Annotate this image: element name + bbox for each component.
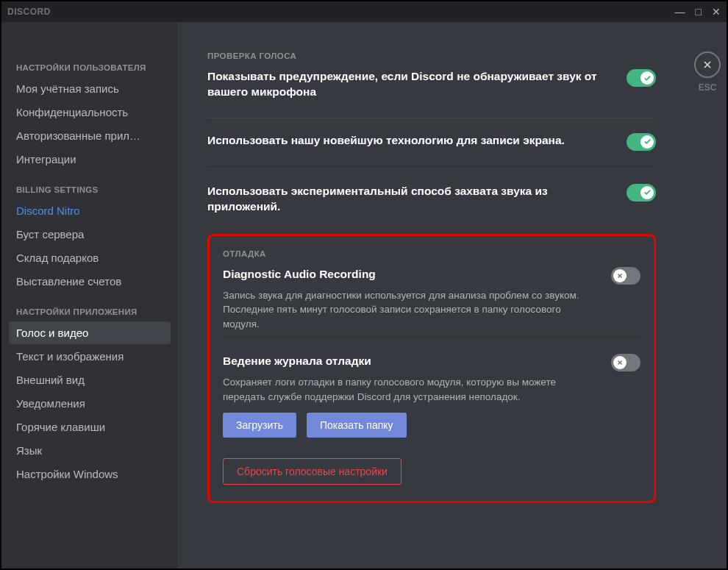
settings-sidebar: НАСТРОЙКИ ПОЛЬЗОВАТЕЛЯ Моя учётная запис… (1, 22, 178, 569)
debug-section-highlight: ОТЛАДКА Diagnostic Audio Recording Запис… (207, 234, 656, 504)
sidebar-item-nitro[interactable]: Discord Nitro (9, 199, 171, 222)
sidebar-item-text[interactable]: Текст и изображения (9, 345, 171, 368)
check-icon (640, 186, 654, 199)
sidebar-item-language[interactable]: Язык (9, 439, 171, 462)
toggle-diag-audio[interactable] (611, 267, 640, 285)
setting-diag-audio: Diagnostic Audio Recording Запись звука … (223, 267, 640, 332)
divider (207, 118, 656, 118)
sidebar-item-appearance[interactable]: Внешний вид (9, 368, 171, 391)
show-folder-button[interactable]: Показать папку (307, 413, 407, 438)
upload-button[interactable]: Загрузить (223, 413, 296, 438)
sidebar-item-notifications[interactable]: Уведомления (9, 392, 171, 415)
setting-screen-tech: Использовать нашу новейшую технологию дл… (207, 133, 656, 165)
divider (223, 340, 640, 341)
sidebar-item-authorized[interactable]: Авторизованные прил… (9, 124, 171, 147)
close-icon (694, 51, 721, 78)
close-settings-button[interactable]: ESC (685, 51, 728, 93)
sidebar-header-user: НАСТРОЙКИ ПОЛЬЗОВАТЕЛЯ (9, 59, 171, 76)
toggle-mic-warning[interactable] (627, 69, 656, 87)
window-controls: — □ ✕ (675, 7, 721, 17)
x-icon (613, 269, 627, 282)
sidebar-item-integrations[interactable]: Интеграции (9, 148, 171, 171)
section-header-voice-check: ПРОВЕРКА ГОЛОСА (207, 51, 656, 60)
sidebar-item-boost[interactable]: Буст сервера (9, 223, 171, 246)
settings-content: ПРОВЕРКА ГОЛОСА Показывать предупреждени… (178, 22, 685, 569)
sidebar-item-gifts[interactable]: Склад подарков (9, 246, 171, 269)
maximize-icon[interactable]: □ (696, 7, 702, 17)
check-icon (640, 135, 654, 149)
setting-app-audio: Использовать экспериментальный способ за… (207, 184, 656, 229)
right-gutter: ESC (685, 22, 727, 569)
setting-desc: Запись звука для диагностики используетс… (223, 288, 596, 332)
divider (207, 168, 656, 169)
esc-label: ESC (699, 82, 717, 93)
setting-title: Ведение журнала отладки (223, 354, 596, 369)
sidebar-item-billing[interactable]: Выставление счетов (9, 270, 171, 293)
sidebar-item-keybinds[interactable]: Горячие клавиши (9, 416, 171, 438)
setting-title: Показывать предупреждение, если Discord … (207, 69, 604, 100)
reset-voice-button[interactable]: Сбросить голосовые настройки (223, 458, 402, 485)
setting-title: Diagnostic Audio Recording (223, 267, 596, 282)
section-header-debug: ОТЛАДКА (223, 249, 640, 258)
app-title: DISCORD (7, 7, 51, 17)
x-icon (613, 356, 627, 369)
setting-debug-log: Ведение журнала отладки Сохраняет логи о… (223, 354, 640, 404)
setting-title: Использовать экспериментальный способ за… (207, 184, 604, 215)
toggle-debug-log[interactable] (611, 354, 640, 371)
setting-title: Использовать нашу новейшую технологию дл… (207, 133, 565, 149)
sidebar-item-account[interactable]: Моя учётная запись (9, 77, 171, 100)
toggle-screen-tech[interactable] (627, 133, 656, 151)
setting-desc: Сохраняет логи отладки в папку голосовог… (223, 375, 596, 404)
debug-buttons: Загрузить Показать папку (223, 413, 640, 438)
minimize-icon[interactable]: — (675, 7, 685, 17)
sidebar-item-windows[interactable]: Настройки Windows (9, 463, 171, 485)
toggle-app-audio[interactable] (627, 184, 656, 202)
close-icon[interactable]: ✕ (712, 7, 721, 17)
sidebar-item-voice[interactable]: Голос и видео (9, 321, 171, 344)
setting-mic-warning: Показывать предупреждение, если Discord … (207, 69, 656, 115)
titlebar: DISCORD — □ ✕ (1, 1, 727, 22)
check-icon (640, 71, 654, 85)
sidebar-header-app: НАСТРОЙКИ ПРИЛОЖЕНИЯ (9, 303, 171, 321)
sidebar-item-privacy[interactable]: Конфиденциальность (9, 101, 171, 124)
sidebar-header-billing: BILLING SETTINGS (9, 181, 171, 199)
